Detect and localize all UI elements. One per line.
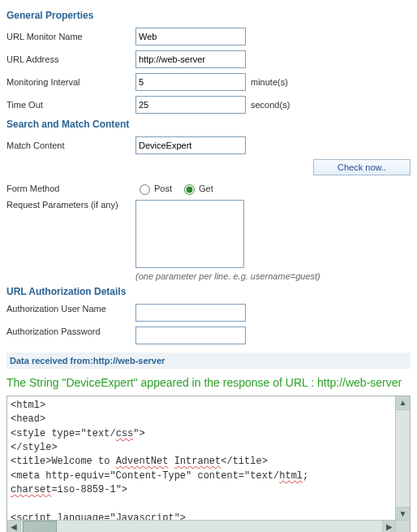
vertical-scrollbar[interactable]: ▲ ▼ (395, 396, 410, 521)
form-method-post-label: Post (154, 184, 172, 193)
scroll-corner (395, 521, 410, 532)
label-timeout: Time Out (6, 100, 135, 110)
section-general-properties: General Properties (6, 10, 411, 21)
auth-user-input[interactable] (135, 304, 246, 322)
form-method-post-radio[interactable] (140, 184, 150, 195)
request-params-textarea[interactable] (135, 200, 244, 268)
scroll-thumb[interactable] (23, 521, 57, 532)
form-method-get-label: Get (199, 184, 213, 193)
monitoring-interval-input[interactable] (135, 73, 246, 91)
timeout-input[interactable] (135, 96, 246, 114)
scroll-up-icon[interactable]: ▲ (396, 396, 410, 410)
label-request-params: Request Parameters (if any) (6, 200, 135, 210)
hint-request-params: (one parameter per line. e.g. username=g… (135, 271, 320, 281)
label-match-content: Match Content (6, 141, 135, 150)
form-method-get-radio[interactable] (184, 184, 195, 195)
scroll-down-icon[interactable]: ▼ (396, 507, 410, 521)
label-url-address: URL Address (6, 54, 135, 64)
horizontal-scrollbar[interactable]: ◀ ▶ (7, 520, 410, 532)
result-message: The String "DeviceExpert" appeared in th… (6, 375, 411, 391)
auth-pass-input[interactable] (135, 327, 246, 344)
label-auth-pass: Authorization Password (6, 327, 135, 336)
data-header-url: http://web-server (93, 356, 166, 365)
scroll-right-icon[interactable]: ▶ (382, 521, 396, 532)
scroll-left-icon[interactable]: ◀ (7, 521, 21, 532)
unit-seconds: second(s) (251, 100, 290, 110)
label-monitoring-interval: Monitoring Interval (6, 77, 135, 87)
section-url-auth: URL Authorization Details (6, 286, 411, 297)
data-received-header: Data received from:http://web-server (6, 353, 411, 369)
label-monitor-name: URL Monitor Name (6, 32, 135, 41)
response-viewer: <html> <head> <style type="text/css"> </… (6, 396, 411, 532)
url-address-input[interactable] (135, 50, 246, 68)
section-search-match: Search and Match Content (6, 119, 411, 130)
label-form-method: Form Method (6, 184, 135, 193)
data-header-prefix: Data received from: (10, 356, 93, 365)
check-now-button[interactable]: Check now.. (313, 159, 411, 175)
unit-minutes: minute(s) (251, 77, 288, 87)
url-monitor-name-input[interactable] (135, 28, 246, 45)
response-content[interactable]: <html> <head> <style type="text/css"> </… (7, 396, 396, 521)
match-content-input[interactable] (135, 136, 246, 154)
label-auth-user: Authorization User Name (6, 304, 135, 314)
